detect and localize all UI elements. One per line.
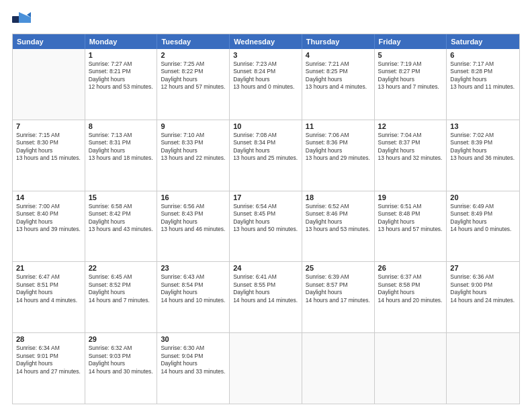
calendar-cell: 17Sunrise: 6:54 AMSunset: 8:45 PMDayligh… <box>230 191 302 262</box>
calendar-body: 1Sunrise: 7:27 AMSunset: 8:21 PMDaylight… <box>13 49 519 404</box>
day-number: 20 <box>450 193 516 201</box>
sunset-line: Sunset: 8:21 PM <box>89 68 154 75</box>
calendar-cell: 18Sunrise: 6:52 AMSunset: 8:46 PMDayligh… <box>302 191 375 262</box>
calendar-cell: 28Sunrise: 6:34 AMSunset: 9:01 PMDayligh… <box>13 333 85 404</box>
calendar-cell: 27Sunrise: 6:36 AMSunset: 9:00 PMDayligh… <box>447 262 519 332</box>
daylight-label: Daylight hours <box>89 289 154 296</box>
daylight-label: Daylight hours <box>89 360 154 367</box>
weekday-header: Thursday <box>302 34 375 49</box>
daylight-label: Daylight hours <box>161 289 226 296</box>
sunrise-line: Sunrise: 6:56 AM <box>161 203 226 210</box>
sunset-line: Sunset: 8:25 PM <box>306 68 371 75</box>
daylight-value: 14 hours and 10 minutes. <box>161 297 226 304</box>
daylight-label: Daylight hours <box>233 147 298 154</box>
daylight-label: Daylight hours <box>306 76 371 83</box>
sunset-line: Sunset: 8:57 PM <box>306 281 371 289</box>
daylight-label: Daylight hours <box>306 147 371 154</box>
day-number: 21 <box>16 264 81 272</box>
daylight-label: Daylight hours <box>450 76 516 83</box>
sunset-line: Sunset: 9:03 PM <box>89 353 154 360</box>
day-number: 24 <box>233 264 298 272</box>
sunset-line: Sunset: 8:54 PM <box>161 281 226 289</box>
sunrise-line: Sunrise: 7:06 AM <box>306 132 371 139</box>
day-number: 10 <box>233 122 298 130</box>
daylight-value: 13 hours and 11 minutes. <box>450 83 516 91</box>
sunrise-line: Sunrise: 7:27 AM <box>89 60 154 68</box>
sunset-line: Sunset: 8:48 PM <box>378 210 443 218</box>
daylight-value: 14 hours and 24 minutes. <box>450 297 516 304</box>
weekday-header: Sunday <box>13 34 85 49</box>
sunset-line: Sunset: 8:43 PM <box>161 210 226 218</box>
daylight-value: 12 hours and 53 minutes. <box>89 83 154 91</box>
daylight-label: Daylight hours <box>16 147 81 154</box>
daylight-value: 13 hours and 57 minutes. <box>378 226 443 233</box>
day-number: 7 <box>16 122 81 130</box>
sunrise-line: Sunrise: 7:25 AM <box>161 60 226 68</box>
header <box>12 12 520 27</box>
day-number: 29 <box>89 335 154 343</box>
calendar-row: 14Sunrise: 7:00 AMSunset: 8:40 PMDayligh… <box>13 191 519 262</box>
sunrise-line: Sunrise: 7:02 AM <box>450 132 516 139</box>
weekday-header: Monday <box>85 34 158 49</box>
daylight-value: 13 hours and 4 minutes. <box>306 83 371 91</box>
sunset-line: Sunset: 8:45 PM <box>233 210 298 218</box>
daylight-value: 14 hours and 17 minutes. <box>306 297 371 304</box>
calendar-cell: 4Sunrise: 7:21 AMSunset: 8:25 PMDaylight… <box>302 49 375 120</box>
day-number: 13 <box>450 122 516 130</box>
calendar-cell: 7Sunrise: 7:15 AMSunset: 8:30 PMDaylight… <box>13 120 85 191</box>
sunrise-line: Sunrise: 7:19 AM <box>378 60 443 68</box>
calendar-cell: 21Sunrise: 6:47 AMSunset: 8:51 PMDayligh… <box>13 262 85 332</box>
sunset-line: Sunset: 8:58 PM <box>378 281 443 289</box>
calendar-cell: 15Sunrise: 6:58 AMSunset: 8:42 PMDayligh… <box>85 191 158 262</box>
daylight-value: 14 hours and 27 minutes. <box>16 368 81 375</box>
calendar-cell: 30Sunrise: 6:30 AMSunset: 9:04 PMDayligh… <box>157 333 230 404</box>
day-number: 22 <box>89 264 154 272</box>
sunrise-line: Sunrise: 6:52 AM <box>306 203 371 210</box>
calendar-cell <box>375 333 447 404</box>
sunrise-line: Sunrise: 7:15 AM <box>16 132 81 139</box>
daylight-value: 13 hours and 25 minutes. <box>233 154 298 162</box>
calendar-cell: 19Sunrise: 6:51 AMSunset: 8:48 PMDayligh… <box>375 191 447 262</box>
calendar-cell: 1Sunrise: 7:27 AMSunset: 8:21 PMDaylight… <box>85 49 158 120</box>
daylight-value: 13 hours and 50 minutes. <box>233 226 298 233</box>
weekday-header: Saturday <box>447 34 519 49</box>
daylight-value: 13 hours and 15 minutes. <box>16 154 81 162</box>
calendar: SundayMondayTuesdayWednesdayThursdayFrid… <box>12 34 520 404</box>
sunset-line: Sunset: 9:04 PM <box>161 353 226 360</box>
sunrise-line: Sunrise: 6:34 AM <box>16 345 81 352</box>
daylight-label: Daylight hours <box>378 218 443 226</box>
sunrise-line: Sunrise: 7:04 AM <box>378 132 443 139</box>
calendar-cell: 9Sunrise: 7:10 AMSunset: 8:33 PMDaylight… <box>157 120 230 191</box>
sunrise-line: Sunrise: 6:49 AM <box>450 203 516 210</box>
daylight-value: 14 hours and 33 minutes. <box>161 368 226 375</box>
daylight-label: Daylight hours <box>450 218 516 226</box>
page: SundayMondayTuesdayWednesdayThursdayFrid… <box>0 0 532 411</box>
calendar-cell: 5Sunrise: 7:19 AMSunset: 8:27 PMDaylight… <box>375 49 447 120</box>
daylight-value: 13 hours and 43 minutes. <box>89 226 154 233</box>
sunrise-line: Sunrise: 7:08 AM <box>233 132 298 139</box>
sunrise-line: Sunrise: 7:10 AM <box>161 132 226 139</box>
calendar-cell: 20Sunrise: 6:49 AMSunset: 8:49 PMDayligh… <box>447 191 519 262</box>
calendar-cell: 16Sunrise: 6:56 AMSunset: 8:43 PMDayligh… <box>157 191 230 262</box>
day-number: 27 <box>450 264 516 272</box>
daylight-label: Daylight hours <box>89 76 154 83</box>
calendar-cell: 26Sunrise: 6:37 AMSunset: 8:58 PMDayligh… <box>375 262 447 332</box>
calendar-row: 28Sunrise: 6:34 AMSunset: 9:01 PMDayligh… <box>13 332 519 404</box>
day-number: 8 <box>89 122 154 130</box>
daylight-label: Daylight hours <box>450 147 516 154</box>
weekday-header: Friday <box>375 34 447 49</box>
sunset-line: Sunset: 8:27 PM <box>378 68 443 75</box>
calendar-cell: 6Sunrise: 7:17 AMSunset: 8:28 PMDaylight… <box>447 49 519 120</box>
daylight-value: 13 hours and 18 minutes. <box>89 154 154 162</box>
daylight-label: Daylight hours <box>16 218 81 226</box>
daylight-label: Daylight hours <box>161 218 226 226</box>
daylight-value: 13 hours and 39 minutes. <box>16 226 81 233</box>
sunset-line: Sunset: 8:34 PM <box>233 139 298 146</box>
sunrise-line: Sunrise: 7:00 AM <box>16 203 81 210</box>
sunset-line: Sunset: 9:01 PM <box>16 353 81 360</box>
day-number: 2 <box>161 51 226 59</box>
sunrise-line: Sunrise: 6:37 AM <box>378 273 443 281</box>
day-number: 19 <box>378 193 443 201</box>
sunrise-line: Sunrise: 6:39 AM <box>306 273 371 281</box>
calendar-row: 1Sunrise: 7:27 AMSunset: 8:21 PMDaylight… <box>13 49 519 120</box>
